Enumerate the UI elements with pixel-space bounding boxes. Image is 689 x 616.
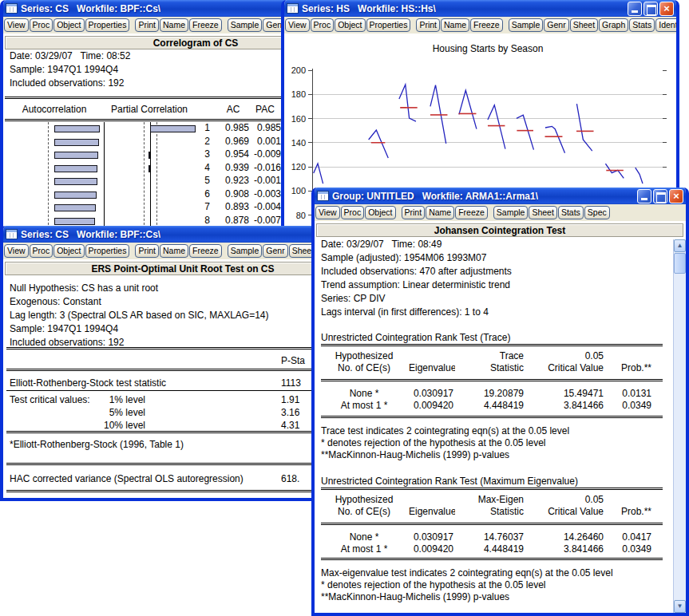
text-line: Lag length: 3 (Spectral OLS AR based on … (10, 309, 269, 322)
titlebar-ers[interactable]: Series: CS Workfile: BPF::Cs\ (3, 226, 362, 243)
table-header-cell: Prob.** (605, 506, 653, 518)
toolbar-button-properties[interactable]: Properties (85, 18, 130, 32)
table-header-cell (605, 494, 653, 506)
window-title: Group: UNTITLED Workfile: ARMA1::Arma1\ (332, 191, 538, 202)
rule-line (321, 523, 663, 525)
text-line: Max-eigenvalue test indicates 2 cointegr… (321, 567, 613, 579)
toolbar-button-name[interactable]: Name (160, 18, 188, 32)
toolbar-button-proc[interactable]: Proc (30, 18, 53, 32)
view-header: ERS Point-Optimal Unit Root Test on CS (5, 262, 361, 275)
view-header: Johansen Cointegration Test (316, 223, 683, 237)
toolbar-button-sample[interactable]: Sample (228, 18, 263, 32)
lag-number: 7 (190, 201, 210, 213)
text-line: Included observations: 470 after adjustm… (321, 265, 512, 278)
toolbar-button-proc[interactable]: Proc (341, 206, 365, 219)
table-cell: 0.0349 (605, 400, 653, 412)
table-cell: 0.0131 (605, 388, 653, 400)
table-cell: 19.20879 (455, 388, 525, 400)
scrollbar-thumb[interactable] (674, 253, 686, 274)
rule-line (6, 390, 358, 391)
critical-values-label: Test critical values: (10, 393, 90, 406)
text-line: **MacKinnon-Haug-Michelis (1999) p-value… (321, 591, 613, 603)
text-line: Exogenous: Constant (10, 295, 269, 309)
toolbar-button-view[interactable]: View (4, 244, 29, 258)
ac-confidence-band-line (48, 122, 49, 233)
pac-zero-axis-line (150, 122, 151, 233)
toolbar-button-genr[interactable]: Genr (263, 244, 287, 258)
ac-value: 0.969 (217, 136, 249, 148)
lag-number: 6 (190, 188, 210, 200)
table-cell: 0.009420 (409, 543, 455, 555)
y-tick-label: 100 (291, 186, 306, 195)
autocorrelation-bar (54, 139, 99, 146)
toolbar-button-spec[interactable]: Spec (584, 206, 610, 219)
table-cell: None * (321, 388, 409, 400)
critical-value: 3.16 (281, 406, 299, 419)
rule-line (6, 463, 358, 465)
table-header-cell: 0.05 (525, 494, 605, 506)
hac-label: HAC corrected variance (Spectral OLS aut… (10, 472, 244, 485)
toolbar-group: ViewProcObjectProperties (4, 244, 130, 258)
toolbar: ViewProcObjectPropertiesPrintNameFreezeS… (3, 243, 362, 259)
text-line: Date: 03/29/07 Time: 08:49 (321, 238, 512, 251)
vertical-scrollbar[interactable]: ▲ ▼ (673, 239, 686, 613)
toolbar-group: PrintNameFreeze (135, 18, 222, 32)
table-cell: 15.49471 (525, 388, 605, 400)
toolbar-button-print[interactable]: Print (135, 244, 159, 258)
toolbar-button-sample[interactable]: Sample (493, 206, 529, 219)
table-header-cell: Eigenvalue (409, 506, 455, 518)
table-cell: None * (321, 531, 409, 543)
lag-number: 5 (190, 175, 210, 187)
toolbar-button-proc[interactable]: Proc (30, 244, 53, 258)
text-line: Date: 03/29/07 Time: 08:52 (10, 49, 130, 63)
rule-line (321, 379, 663, 381)
toolbar-button-object[interactable]: Object (53, 244, 84, 258)
scroll-up-button[interactable]: ▲ (674, 239, 686, 252)
toolbar-button-properties[interactable]: Properties (85, 244, 130, 258)
text-line: Sample (adjusted): 1954M06 1993M07 (321, 251, 512, 265)
table-cell: 14.26460 (525, 531, 605, 543)
minimize-button[interactable] (637, 189, 651, 203)
toolbar-button-freeze[interactable]: Freeze (189, 244, 222, 258)
toolbar-button-sheet[interactable]: Sheet (529, 206, 556, 219)
critical-level: 1% level (80, 393, 145, 406)
toolbar-button-view[interactable]: View (315, 206, 340, 219)
maxeigen-notes: Max-eigenvalue test indicates 2 cointegr… (321, 567, 613, 603)
table-header-cell (605, 350, 653, 362)
table-cell: 3.841466 (525, 400, 605, 412)
text-line: Sample: 1947Q1 1994Q4 (10, 322, 269, 336)
autocorrelation-bar (54, 178, 97, 185)
table-header-cell: Eigenvalue (409, 362, 455, 374)
table-header-row: No. of CE(s)EigenvalueStatisticCritical … (321, 506, 653, 518)
toolbar-button-object[interactable]: Object (365, 206, 395, 219)
rule-line (6, 369, 358, 371)
toolbar-button-sample[interactable]: Sample (228, 244, 263, 258)
toolbar-button-name[interactable]: Name (160, 244, 188, 258)
close-button[interactable] (669, 189, 683, 203)
ac-value: 0.985 (217, 122, 249, 134)
scroll-down-button[interactable]: ▼ (674, 600, 686, 613)
window-johansen-test: Group: UNTITLED Workfile: ARMA1::Arma1\ … (311, 188, 689, 616)
toolbar-button-freeze[interactable]: Freeze (189, 18, 222, 32)
toolbar-button-print[interactable]: Print (402, 206, 426, 219)
pac-confidence-band-line (156, 122, 157, 233)
table-header-cell: Max-Eigen (455, 494, 525, 506)
partial-correlation-bar (148, 165, 150, 172)
toolbar-button-object[interactable]: Object (53, 18, 84, 32)
lag-number: 8 (190, 215, 210, 227)
toolbar-button-freeze[interactable]: Freeze (455, 206, 488, 219)
stat-label: Elliott-Rothenberg-Stock test statistic (10, 377, 166, 389)
info-block: Date: 03/29/07 Time: 08:49Sample (adjust… (321, 238, 512, 319)
series-object-icon (6, 229, 18, 239)
table-cell: 0.009420 (409, 400, 455, 412)
maximize-button[interactable] (653, 189, 667, 203)
pac-value: -0.003 (252, 188, 281, 200)
ac-value: 0.893 (217, 201, 249, 213)
toolbar-button-view[interactable]: View (4, 18, 29, 32)
pac-value: 0.985 (252, 122, 281, 134)
toolbar-button-stats[interactable]: Stats (558, 206, 584, 219)
titlebar-johansen[interactable]: Group: UNTITLED Workfile: ARMA1::Arma1\ (315, 188, 686, 204)
table-row: None *0.03091714.7603714.264600.0417 (321, 531, 653, 543)
toolbar-button-name[interactable]: Name (426, 206, 454, 219)
toolbar-button-print[interactable]: Print (135, 18, 159, 32)
